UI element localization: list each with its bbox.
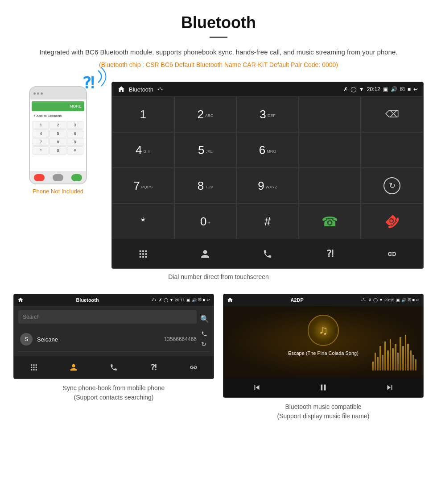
- dialpad-bluetooth-btn[interactable]: ⁈: [299, 239, 361, 268]
- vol-sm2: 🔊: [401, 298, 406, 302]
- phone-not-included-label: Phone Not Included: [33, 188, 83, 195]
- phone-icon-pb: [110, 363, 118, 371]
- dialpad-call-green[interactable]: ☎: [299, 204, 361, 239]
- music-caption-line1: Bluetooth music compatible: [285, 403, 361, 410]
- dialpad-contacts-btn[interactable]: [174, 239, 237, 268]
- statusbar-left: Bluetooth: [117, 85, 340, 93]
- phone-key-8: 8: [49, 138, 66, 146]
- sig-sm: ▼: [169, 298, 173, 302]
- call-green-icon: ☎: [322, 214, 338, 229]
- phone-key-7: 7: [33, 138, 49, 146]
- phone-contact-label: MORE: [70, 104, 82, 108]
- bt-icon: ✗: [343, 86, 348, 92]
- dialpad-empty-1: [299, 96, 361, 132]
- phone-dot: [41, 92, 43, 95]
- person-icon-pb: [70, 363, 78, 371]
- music-bar: [405, 335, 407, 371]
- page-title: Bluetooth: [27, 13, 410, 32]
- phonebook-caption-line1: Sync phone-book from mobile phone: [63, 384, 165, 392]
- prev-btn[interactable]: [223, 377, 290, 397]
- window-icon: ■: [408, 86, 411, 92]
- phone-dots: [33, 92, 43, 95]
- phone-key-5: 5: [49, 129, 66, 137]
- bt-sm: ✗: [159, 298, 162, 302]
- usb-icon: [157, 86, 163, 92]
- next-btn[interactable]: [357, 377, 423, 397]
- dialpad-key-0[interactable]: 0+: [174, 204, 237, 239]
- phone-key-hash: #: [67, 146, 83, 154]
- loc-sm2: ◯: [373, 298, 378, 302]
- music-bar: [382, 355, 384, 371]
- call-red-icon: ☎: [381, 211, 403, 232]
- dialpad-key-9[interactable]: 9WXYZ: [236, 168, 299, 204]
- music-controls: [223, 377, 423, 397]
- pb-contacts-btn[interactable]: [54, 356, 94, 379]
- bottom-screenshots: Bluetooth ✗ ◯ ▼ 20:11 ▣ 🔊 ☒ ■ ↩ Sear: [0, 289, 437, 430]
- dialpad-phone-btn[interactable]: [236, 239, 299, 268]
- dialpad-empty-3: [361, 132, 423, 168]
- phone-section: ⁈ MORE + Add to Contacts: [13, 82, 103, 195]
- sq-sm2: ■: [412, 298, 415, 302]
- pb-phone-btn[interactable]: [94, 356, 134, 379]
- bk-sm: ↩: [206, 298, 210, 302]
- music-caption: Bluetooth music compatible (Support disp…: [223, 402, 424, 421]
- dialpad-grid[interactable]: 1 2ABC 3DEF ⌫ 4GHI 5JKL: [112, 96, 423, 239]
- dialpad-call-red[interactable]: ☎: [361, 204, 423, 239]
- location-icon: ◯: [350, 86, 356, 92]
- contact-row[interactable]: S Seicane 13566664466 ↻: [18, 327, 209, 352]
- link-icon: [387, 249, 397, 259]
- pb-link-btn[interactable]: [173, 356, 214, 379]
- play-pause-btn[interactable]: [290, 377, 356, 397]
- music-bar: [377, 357, 379, 371]
- phonebook-caption-line2: (Support contacts searching): [74, 394, 154, 401]
- camera-icon: ▣: [383, 86, 388, 92]
- music-bar: [402, 346, 404, 371]
- album-art: ♫: [308, 315, 339, 346]
- phone-dot: [33, 92, 36, 95]
- statusbar-title: Bluetooth: [129, 86, 153, 93]
- dialpad-refresh[interactable]: ↻: [361, 168, 423, 204]
- music-bar: [392, 348, 394, 371]
- refresh-side-icon: ↻: [201, 341, 207, 348]
- music-bar: [400, 337, 401, 371]
- statusbar-right: ✗ ◯ ▼ 20:12 ▣ 🔊 ☒ ■ ↩: [343, 86, 418, 92]
- dialpad-key-star[interactable]: *: [112, 204, 174, 239]
- pb-grid-btn[interactable]: [14, 356, 54, 379]
- contact-number: 13566664466: [164, 336, 197, 342]
- sig-sm2: ▼: [379, 298, 383, 302]
- dialpad-grid-btn[interactable]: [112, 239, 174, 268]
- dialpad-key-6[interactable]: 6MNO: [236, 132, 299, 168]
- pb-bt-btn[interactable]: ⁈: [134, 356, 174, 379]
- x-sm2: ☒: [408, 298, 411, 302]
- refresh-icon: ↻: [383, 177, 400, 194]
- phone-key-star: *: [33, 146, 49, 154]
- phone-key-1: 1: [33, 121, 49, 129]
- phonebook-statusbar-right: ✗ ◯ ▼ 20:11 ▣ 🔊 ☒ ■ ↩: [159, 298, 210, 302]
- time-display: 20:12: [367, 86, 380, 92]
- dialpad-backspace[interactable]: ⌫: [361, 96, 423, 132]
- search-bar[interactable]: Search: [18, 310, 197, 324]
- time-sm: 20:11: [175, 298, 185, 302]
- link-icon-pb: [190, 363, 198, 371]
- dialpad-key-hash[interactable]: #: [236, 204, 299, 239]
- dialpad-key-7[interactable]: 7PQRS: [112, 168, 174, 204]
- dialpad-key-3[interactable]: 3DEF: [236, 96, 299, 132]
- phonebook-title: Bluetooth: [26, 297, 149, 303]
- person-icon: [200, 249, 210, 259]
- music-bar: [387, 350, 389, 371]
- search-icon[interactable]: 🔍: [200, 315, 209, 323]
- dialpad-key-1[interactable]: 1: [112, 96, 174, 132]
- dialpad-key-8[interactable]: 8TUV: [174, 168, 237, 204]
- volume-icon: 🔊: [391, 86, 397, 92]
- dialpad-key-4[interactable]: 4GHI: [112, 132, 174, 168]
- phone-key-2: 2: [49, 121, 66, 129]
- dialpad-key-2[interactable]: 2ABC: [174, 96, 237, 132]
- phone-key-3: 3: [67, 121, 83, 129]
- phone-end-btn: [34, 174, 45, 181]
- music-bar: [410, 350, 412, 371]
- usb-icon-small: [151, 297, 157, 303]
- sq-sm: ■: [203, 298, 205, 302]
- bk-sm2: ↩: [416, 298, 420, 302]
- dialpad-link-btn[interactable]: [361, 239, 423, 268]
- dialpad-key-5[interactable]: 5JKL: [174, 132, 237, 168]
